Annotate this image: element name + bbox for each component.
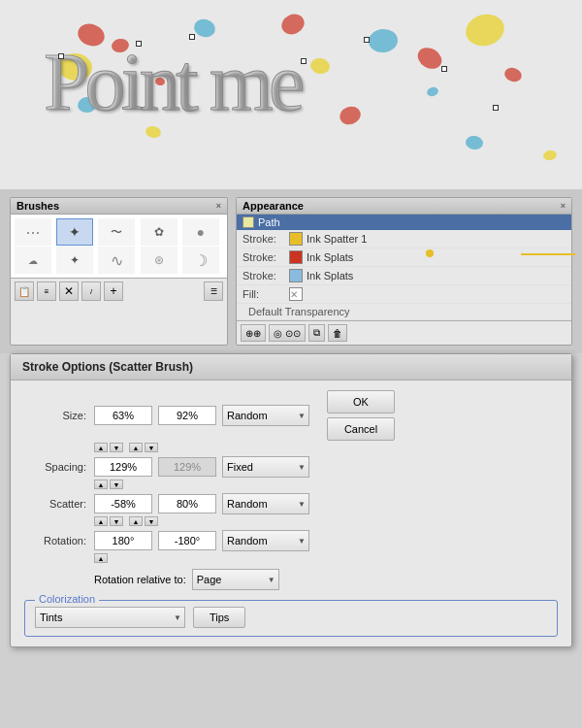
brush-item[interactable]: ☁ xyxy=(15,247,51,274)
appearance-title-bar: Appearance × xyxy=(237,198,571,215)
brushes-panel: Brushes × ··· ✦ 〜 ✿ ● ☁ ✦ ∿ ⊛ ☽ 📋 ≡ ✕ / … xyxy=(10,197,228,346)
default-transparency-label: Default Transparency xyxy=(242,306,350,317)
brush-item[interactable]: ✿ xyxy=(141,218,178,246)
fill-swatch[interactable]: ✕ xyxy=(289,287,303,301)
appearance-toolbar: ⊕⊕ ◎ ⊙⊙ ⧉ 🗑 xyxy=(237,320,571,345)
spacing-label: Spacing: xyxy=(24,461,94,473)
connector-dot xyxy=(426,249,434,257)
app-del-btn[interactable]: 🗑 xyxy=(328,324,347,342)
anchor-point xyxy=(58,53,64,59)
size-input-1[interactable] xyxy=(94,406,152,425)
size-row: Size: Random Fixed Pressure OK Cancel xyxy=(24,390,558,441)
spacing-input-1[interactable] xyxy=(94,457,152,477)
new-brush-btn[interactable]: 📋 xyxy=(15,281,34,301)
stroke-row-3: Stroke: Ink Splats xyxy=(237,267,571,285)
scatter-spin-up-2[interactable]: ▼ xyxy=(145,516,158,526)
tints-dropdown[interactable]: None Tints Tints and Shades Hue Shift xyxy=(35,607,185,628)
brush-item-selected[interactable]: ✦ xyxy=(56,218,93,246)
anchor-point xyxy=(136,41,142,47)
scatter-dropdown-wrapper[interactable]: Random Fixed Pressure xyxy=(222,493,309,514)
rotation-dropdown[interactable]: Random Fixed Pressure xyxy=(222,530,309,551)
scatter-input-1[interactable] xyxy=(94,494,152,513)
cancel-button[interactable]: Cancel xyxy=(327,417,395,441)
brushes-title-bar: Brushes × xyxy=(11,198,227,215)
anchor-point xyxy=(441,66,447,72)
app-dup-btn[interactable]: ⧉ xyxy=(308,324,325,342)
art-area: Point me xyxy=(0,0,582,189)
brush-item[interactable]: ● xyxy=(182,218,219,246)
spacing-spin-up[interactable]: ▼ xyxy=(110,480,123,489)
scatter-label: Scatter: xyxy=(24,498,94,510)
scatter-spinner-2: ▲ ▼ xyxy=(129,516,158,526)
stroke-row-2: Stroke: Ink Splats xyxy=(237,248,571,267)
brush-item[interactable]: 〜 xyxy=(98,218,135,246)
stroke-text-1: Ink Spatter 1 xyxy=(307,233,367,245)
spacing-input-2 xyxy=(158,457,216,477)
stroke-swatch-3[interactable] xyxy=(289,269,303,282)
brush-item[interactable]: ··· xyxy=(15,218,51,246)
spacing-dropdown-wrapper[interactable]: Fixed Random Pressure xyxy=(222,456,309,478)
brush-item[interactable]: ✦ xyxy=(56,247,93,274)
brushes-grid: ··· ✦ 〜 ✿ ● ☁ ✦ ∿ ⊛ ☽ xyxy=(11,215,227,279)
rotation-input-2[interactable] xyxy=(158,531,216,550)
brushes-title: Brushes xyxy=(16,200,59,212)
rotation-spin-down[interactable]: ▲ xyxy=(94,553,108,563)
size-input-2[interactable] xyxy=(158,406,216,425)
rotation-spinners: ▲ xyxy=(24,553,558,563)
scatter-input-2[interactable] xyxy=(158,494,216,513)
stroke-label-3: Stroke: xyxy=(242,270,289,281)
brushes-close[interactable]: × xyxy=(216,201,221,211)
size-spin-up-2[interactable]: ▼ xyxy=(145,443,158,452)
spacing-spinners: ▲ ▼ xyxy=(24,480,558,489)
default-transparency-row: Default Transparency xyxy=(237,304,571,320)
brush-item[interactable]: ∿ xyxy=(98,247,135,274)
scatter-spin-down-2[interactable]: ▲ xyxy=(129,516,143,526)
add-brush-btn[interactable]: + xyxy=(104,281,123,301)
scatter-spinners: ▲ ▼ ▲ ▼ xyxy=(24,516,558,526)
spacing-spinner: ▲ ▼ xyxy=(94,480,123,489)
rotation-relative-dropdown[interactable]: Page Path xyxy=(192,569,279,590)
appearance-panel: Appearance × Path Stroke: Ink Spatter 1 … xyxy=(236,197,572,346)
scatter-spinner-1: ▲ ▼ xyxy=(94,516,123,526)
menu-brush-btn[interactable]: ☰ xyxy=(204,281,223,301)
tips-button[interactable]: Tips xyxy=(193,607,245,628)
spacing-spin-down[interactable]: ▲ xyxy=(94,480,108,489)
edit-brush-btn[interactable]: / xyxy=(81,281,101,301)
dialog-title: Stroke Options (Scatter Brush) xyxy=(11,354,571,381)
scatter-spin-up-1[interactable]: ▼ xyxy=(110,516,123,526)
scatter-dropdown[interactable]: Random Fixed Pressure xyxy=(222,493,309,514)
stroke-swatch-2[interactable] xyxy=(289,250,303,264)
size-dropdown-wrapper[interactable]: Random Fixed Pressure xyxy=(222,405,309,426)
anchor-point xyxy=(301,58,307,64)
rotation-label: Rotation: xyxy=(24,535,94,546)
stroke-swatch-1[interactable] xyxy=(289,232,303,246)
brush-item[interactable]: ⊛ xyxy=(141,247,178,274)
brush-item[interactable]: ☽ xyxy=(182,247,219,274)
app-link-btn[interactable]: ⊕⊕ xyxy=(241,324,266,342)
anchor-point xyxy=(364,37,370,43)
anchor-point xyxy=(493,105,499,111)
rotation-relative-dropdown-wrapper[interactable]: Page Path xyxy=(192,569,279,590)
rotation-relative-label: Rotation relative to: xyxy=(94,574,186,585)
appearance-close[interactable]: × xyxy=(561,201,566,211)
size-label: Size: xyxy=(24,410,94,421)
art-text: Point me xyxy=(44,34,301,129)
scatter-spin-down-1[interactable]: ▲ xyxy=(94,516,108,526)
rotation-dropdown-wrapper[interactable]: Random Fixed Pressure xyxy=(222,530,309,551)
options-brush-btn[interactable]: ≡ xyxy=(37,281,56,301)
delete-brush-btn[interactable]: ✕ xyxy=(59,281,79,301)
panels-area: Brushes × ··· ✦ 〜 ✿ ● ☁ ✦ ∿ ⊛ ☽ 📋 ≡ ✕ / … xyxy=(0,189,582,353)
size-spin-up-1[interactable]: ▼ xyxy=(110,443,123,452)
spacing-dropdown[interactable]: Fixed Random Pressure xyxy=(222,456,309,478)
colorization-row: None Tints Tints and Shades Hue Shift Ti… xyxy=(35,607,547,628)
tints-dropdown-wrapper[interactable]: None Tints Tints and Shades Hue Shift xyxy=(35,607,185,628)
size-dropdown[interactable]: Random Fixed Pressure xyxy=(222,405,309,426)
rotation-input-1[interactable] xyxy=(94,531,152,550)
size-spin-down-1[interactable]: ▲ xyxy=(94,443,108,452)
size-spin-down-2[interactable]: ▲ xyxy=(129,443,143,452)
art-letter: Point me xyxy=(44,34,301,129)
ok-button[interactable]: OK xyxy=(327,390,395,414)
scatter-row: Scatter: Random Fixed Pressure xyxy=(24,493,558,514)
app-eye-btn[interactable]: ◎ ⊙⊙ xyxy=(269,324,306,342)
size-spinner-2: ▲ ▼ xyxy=(129,443,158,452)
